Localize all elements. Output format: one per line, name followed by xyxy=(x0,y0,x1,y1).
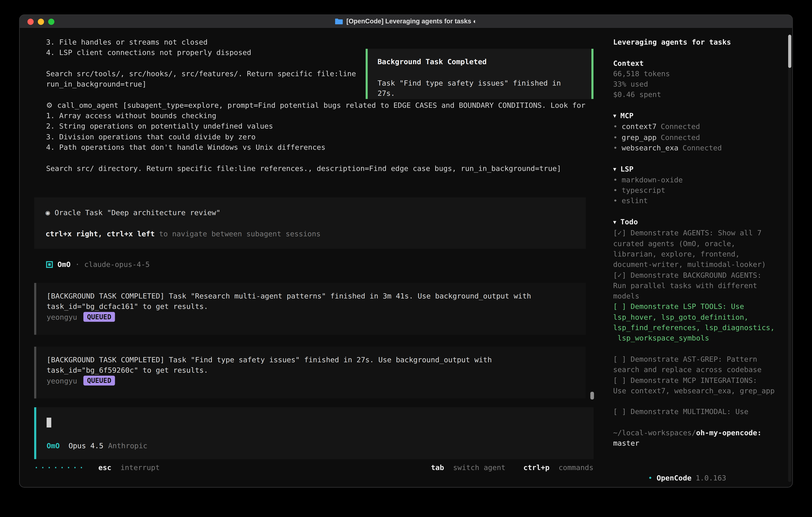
workspace-path: ~/local-workspaces/oh-my-opencode: maste… xyxy=(613,428,775,448)
prompt-input[interactable]: OmO Opus 4.5 Anthropic xyxy=(34,407,593,459)
terminal-line: 2. String operations on potentially unde… xyxy=(46,121,605,132)
status-left: ········ esc interrupt xyxy=(34,462,160,473)
window-title-group: [OpenCode] Leveraging agents for tasks ◐ xyxy=(335,16,477,27)
input-provider-label: Anthropic xyxy=(108,440,147,451)
window-title: [OpenCode] Leveraging agents for tasks ◐ xyxy=(346,16,477,27)
gear-icon: ⚙ xyxy=(46,101,53,109)
lsp-header-label: LSP xyxy=(620,165,634,173)
spinner-dots-icon: ········ xyxy=(34,463,86,471)
queued-message: [BACKGROUND TASK COMPLETED] Task "Resear… xyxy=(34,283,586,335)
app-name: OpenCode xyxy=(657,474,692,482)
bullet-icon: • xyxy=(613,175,617,184)
esc-key-hint: esc xyxy=(98,463,112,471)
lsp-name: markdown-oxide xyxy=(621,175,683,184)
minimize-button[interactable] xyxy=(38,19,44,25)
mcp-name: grep_app xyxy=(621,133,657,141)
mcp-item: •websearch_exaConnected xyxy=(613,142,775,153)
lsp-section-header[interactable]: ▼LSP xyxy=(613,164,775,174)
lsp-item: •typescript xyxy=(613,185,775,196)
window-titlebar[interactable]: [OpenCode] Leveraging agents for tasks ◐ xyxy=(20,15,792,28)
mcp-name: context7 xyxy=(621,123,657,131)
bullet-icon: • xyxy=(613,143,617,152)
toast-body: Task "Find type safety issues" finished … xyxy=(377,78,581,99)
queued-badge: QUEUED xyxy=(83,312,115,322)
context-tokens: 66,518 tokens xyxy=(613,69,775,79)
sidebar-scrollbar-track[interactable] xyxy=(788,34,791,482)
sidebar-content: Leveraging agents for tasks Context 66,5… xyxy=(613,37,775,448)
terminal-line xyxy=(46,153,605,163)
bullet-icon: • xyxy=(648,474,652,482)
bullet-icon: • xyxy=(613,123,617,131)
close-button[interactable] xyxy=(27,19,34,25)
todo-item: [ ] Demonstrate MCP INTEGRATIONS: Use co… xyxy=(613,375,775,396)
mcp-header-label: MCP xyxy=(620,111,634,119)
mcp-status: Connected xyxy=(661,133,700,141)
lsp-item: •markdown-oxide xyxy=(613,174,775,185)
lsp-name: eslint xyxy=(621,196,648,205)
oracle-hint: ctrl+x right, ctrl+x left to navigate be… xyxy=(46,228,574,239)
oracle-task-panel: ◉Oracle Task "Deep architecture review" … xyxy=(34,197,586,249)
main-scrollbar-thumb[interactable] xyxy=(590,392,594,400)
app-version-footer: •OpenCode1.0.163 xyxy=(613,462,726,488)
workspace-branch: master xyxy=(613,438,775,448)
sidebar-scrollbar-thumb[interactable] xyxy=(788,35,791,68)
agent-icon xyxy=(46,261,53,268)
todo-item: [ ] Demonstrate MULTIMODAL: Use xyxy=(613,406,775,417)
workspace-repo: oh-my-opencode: xyxy=(696,429,762,437)
agent-name: OmO xyxy=(58,259,71,270)
lsp-item: •eslint xyxy=(613,195,775,206)
message-author: yeongyu xyxy=(47,312,77,322)
tab-key-hint: tab xyxy=(431,463,444,471)
queued-badge: QUEUED xyxy=(83,376,115,386)
model-row: OmO Opus 4.5 Anthropic xyxy=(47,440,583,451)
todo-item: [✓] Demonstrate AGENTS: Show all 7 curat… xyxy=(613,228,775,270)
message-text: [BACKGROUND TASK COMPLETED] Task "Resear… xyxy=(47,291,575,312)
status-right: tab switch agent ctrl+p commands xyxy=(431,462,593,473)
todo-section-header[interactable]: ▼Todo xyxy=(613,217,775,228)
separator-dot: · xyxy=(75,259,80,270)
todo-item: [✓] Demonstrate BACKGROUND AGENTS: Run p… xyxy=(613,270,775,301)
terminal-line: 4. Path operations that don't handle Win… xyxy=(46,142,605,153)
lsp-name: typescript xyxy=(621,186,665,194)
app-version: 1.0.163 xyxy=(696,474,726,482)
oracle-title: Oracle Task "Deep architecture review" xyxy=(55,208,221,217)
message-author: yeongyu xyxy=(47,376,77,386)
toast-title: Background Task Completed xyxy=(377,57,581,67)
todo-item-active: [ ] Demonstrate LSP TOOLS: Use lsp_hover… xyxy=(613,301,775,343)
context-header: Context xyxy=(613,58,775,69)
background-task-toast: Background Task Completed Task "Find typ… xyxy=(366,49,593,99)
chevron-down-icon: ▼ xyxy=(613,164,616,174)
context-used: 33% used xyxy=(613,79,775,89)
bullet-icon: • xyxy=(613,133,617,141)
mcp-name: websearch_exa xyxy=(621,143,678,152)
agent-session-header: OmO · claude-opus-4-5 xyxy=(46,259,150,270)
sidebar: Leveraging agents for tasks Context 66,5… xyxy=(605,28,793,488)
session-title: Leveraging agents for tasks xyxy=(613,37,775,47)
text-cursor xyxy=(47,418,51,428)
hint-keys: ctrl+x right, ctrl+x left xyxy=(46,229,155,238)
tool-call-line: ⚙call_omo_agent [subagent_type=explore, … xyxy=(46,100,605,111)
bullet-icon: • xyxy=(613,196,617,205)
tool-call-text: call_omo_agent [subagent_type=explore, p… xyxy=(57,101,585,109)
terminal-line: 3. File handles or streams not closed xyxy=(46,37,605,47)
ctrlp-key-label: commands xyxy=(558,463,593,471)
message-footer: yeongyu QUEUED xyxy=(47,312,575,322)
message-text: [BACKGROUND TASK COMPLETED] Task "Find t… xyxy=(47,354,575,376)
mcp-status: Connected xyxy=(661,123,700,131)
chevron-down-icon: ▼ xyxy=(613,217,616,228)
input-agent-label: OmO xyxy=(47,440,60,451)
terminal-line: 1. Array access without bounds checking xyxy=(46,110,605,121)
desktop: [OpenCode] Leveraging agents for tasks ◐… xyxy=(0,0,812,517)
mcp-section-header[interactable]: ▼MCP xyxy=(613,110,775,121)
folder-icon xyxy=(335,19,343,25)
status-bar: ········ esc interrupt tab switch agent … xyxy=(34,462,593,473)
oracle-title-line: ◉Oracle Task "Deep architecture review" xyxy=(46,207,574,218)
todo-header-label: Todo xyxy=(620,218,638,226)
agent-model: claude-opus-4-5 xyxy=(84,259,150,270)
terminal-line: 3. Division operations that could divide… xyxy=(46,131,605,142)
zoom-button[interactable] xyxy=(48,19,54,25)
chat-area: 3. File handles or streams not closed 4.… xyxy=(20,28,605,488)
fisheye-icon: ◉ xyxy=(46,208,50,217)
todo-item: [ ] Demonstrate AST-GREP: Pattern search… xyxy=(613,354,775,375)
context-spent: $0.46 spent xyxy=(613,89,775,100)
